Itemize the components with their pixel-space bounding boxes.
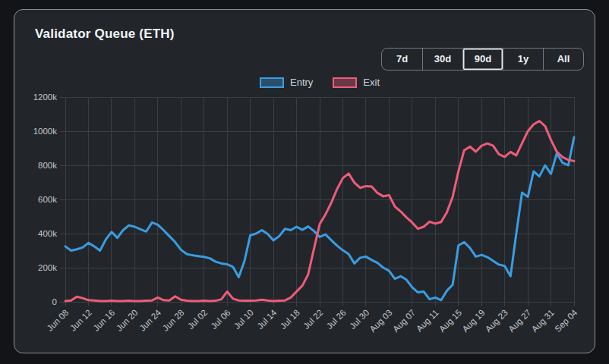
y-axis-label: 1000k [33,127,58,136]
y-axis-label: 1200k [33,93,58,102]
x-axis-label: Aug 23 [484,308,510,334]
x-axis-label: Jun 16 [91,308,116,333]
x-axis-label: Aug 27 [506,308,532,334]
range-button-90d[interactable]: 90d [462,49,503,70]
x-axis-label: Jun 20 [115,308,140,333]
x-axis-label: Jun 08 [46,308,71,333]
x-axis-label: Sep 04 [553,308,579,334]
range-button-1y[interactable]: 1y [503,49,543,70]
x-axis-label: Jul 06 [209,308,232,331]
validator-queue-card: Validator Queue (ETH) 7d30d90d1yAll Entr… [14,9,595,353]
x-axis-label: Aug 07 [391,308,417,334]
chart-canvas[interactable]: 0200k400k600k800k1000k1200kJun 08Jun 12J… [14,82,595,349]
x-axis-label: Aug 31 [530,308,556,334]
range-selector: 7d30d90d1yAll [381,48,584,71]
x-axis-label: Jul 18 [279,308,301,331]
x-axis-label: Aug 15 [437,308,463,334]
y-axis-label: 400k [38,229,57,238]
page-title: Validator Queue (ETH) [35,27,175,42]
y-axis-label: 800k [38,161,57,170]
y-axis-label: 600k [38,195,57,204]
x-axis-label: Jul 22 [301,308,324,331]
x-axis-label: Aug 03 [368,308,394,334]
y-axis-label: 200k [38,263,57,272]
axis-labels: 0200k400k600k800k1000k1200kJun 08Jun 12J… [33,93,579,334]
x-axis-label: Aug 19 [460,308,486,334]
range-button-30d[interactable]: 30d [422,49,462,70]
x-axis-label: Jul 26 [325,308,348,331]
x-axis-label: Jul 14 [255,308,279,331]
x-axis-label: Aug 11 [415,308,440,334]
x-axis-label: Jun 24 [137,308,163,333]
x-axis-label: Jun 28 [161,308,186,333]
y-axis-label: 0 [52,297,57,306]
page-background: { "card": { "title": "Validator Queue (E… [0,0,609,364]
x-axis-label: Jul 10 [232,308,255,331]
range-button-7d[interactable]: 7d [382,49,422,70]
x-axis-label: Jun 12 [68,308,93,333]
range-button-all[interactable]: All [543,49,583,70]
grid-lines [60,97,574,306]
x-axis-label: Jul 02 [186,308,209,331]
